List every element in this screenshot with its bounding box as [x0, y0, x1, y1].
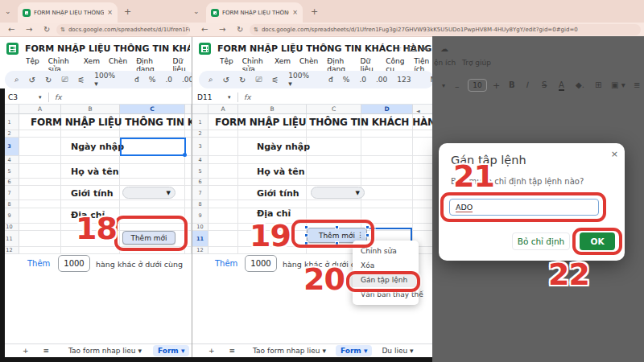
- column-header[interactable]: [185, 105, 192, 114]
- row-header[interactable]: 1: [192, 114, 208, 130]
- tab-search-chevron-icon[interactable]: ⌄: [5, 7, 11, 15]
- grid-cell[interactable]: [413, 164, 432, 179]
- redo-icon[interactable]: ↻: [45, 76, 52, 84]
- grid-cell[interactable]: [19, 130, 61, 138]
- grid-cell[interactable]: [19, 247, 61, 254]
- grid-cell[interactable]: [120, 164, 185, 179]
- move-folder-icon[interactable]: [408, 46, 416, 51]
- paint-format-icon[interactable]: ⚟: [271, 76, 279, 84]
- name-box-chevron-icon[interactable]: ▾: [228, 94, 231, 101]
- add-sheet-icon[interactable]: +: [208, 347, 215, 355]
- site-info-icon[interactable]: ⇅: [254, 27, 258, 33]
- all-sheets-icon[interactable]: ≡: [229, 347, 236, 355]
- star-icon[interactable]: ☆: [395, 44, 402, 52]
- zoom-select[interactable]: 100% ▾: [94, 72, 115, 88]
- sheets-logo-icon[interactable]: [199, 43, 211, 55]
- grid-cell[interactable]: [413, 130, 432, 138]
- grid-cell[interactable]: [208, 247, 238, 254]
- back-icon[interactable]: ←: [201, 25, 208, 34]
- grid-cell[interactable]: [61, 179, 120, 186]
- grid-cell[interactable]: [361, 156, 413, 164]
- sheet-tab[interactable]: Tao form nhap lieu ▾: [64, 345, 147, 356]
- name-box[interactable]: C3: [8, 93, 18, 101]
- increase-decimal-button[interactable]: .00: [376, 76, 387, 84]
- close-icon[interactable]: ×: [611, 149, 618, 159]
- row-header[interactable]: 9: [192, 208, 208, 224]
- column-header[interactable]: D: [361, 105, 413, 114]
- grid-cell[interactable]: [413, 179, 432, 186]
- selected-cell[interactable]: [120, 138, 186, 156]
- grid-cell[interactable]: [19, 224, 61, 231]
- grid-cell[interactable]: [19, 156, 61, 164]
- unassign-button[interactable]: Bỏ chỉ định: [512, 232, 570, 250]
- new-tab-button[interactable]: +: [124, 6, 131, 17]
- fill-handle[interactable]: [183, 153, 187, 157]
- add-rows-link[interactable]: Thêm: [215, 259, 237, 268]
- redo-icon[interactable]: ↻: [239, 76, 246, 84]
- grid-cell[interactable]: [361, 164, 413, 179]
- grid-cell[interactable]: [413, 186, 432, 200]
- grid-cell[interactable]: [19, 186, 61, 200]
- currency-format-button[interactable]: đ: [134, 76, 139, 84]
- grid-cell[interactable]: [185, 156, 192, 164]
- back-icon[interactable]: ←: [8, 25, 14, 34]
- grid-cell[interactable]: [238, 156, 307, 164]
- grid-cell[interactable]: [120, 179, 185, 186]
- grid-cell[interactable]: [413, 156, 432, 164]
- reload-icon[interactable]: ↻: [43, 25, 50, 34]
- decrease-decimal-button[interactable]: .0: [165, 76, 172, 84]
- grid-cell[interactable]: [120, 200, 185, 208]
- browser-tab[interactable]: FORM NHẬP LIỆU THÔNG TIN ×: [18, 2, 118, 23]
- grid-cell[interactable]: [208, 186, 238, 200]
- grid-cell[interactable]: [361, 200, 413, 208]
- column-header[interactable]: C: [307, 105, 361, 114]
- grid-cell[interactable]: [19, 231, 61, 247]
- grid-cell[interactable]: [208, 138, 238, 156]
- grid-cell[interactable]: [61, 130, 120, 138]
- grid-cell[interactable]: [61, 200, 120, 208]
- all-sheets-icon[interactable]: ≡: [43, 347, 50, 355]
- grid-cell[interactable]: [413, 200, 432, 208]
- row-header[interactable]: 2: [192, 130, 208, 138]
- grid-cell[interactable]: [185, 186, 192, 200]
- zoom-select[interactable]: 100% ▾: [288, 72, 309, 88]
- percent-format-button[interactable]: %: [343, 76, 350, 84]
- row-header[interactable]: 11: [192, 231, 208, 247]
- grid-cell[interactable]: [361, 179, 413, 186]
- grid-cell[interactable]: [208, 179, 238, 186]
- name-box-chevron-icon[interactable]: ▾: [39, 94, 42, 101]
- column-header[interactable]: A: [208, 105, 238, 114]
- print-icon[interactable]: ⎚: [61, 75, 68, 84]
- sheet-tab[interactable]: Du lieu ▾: [377, 345, 418, 356]
- row-header[interactable]: 8: [192, 200, 208, 208]
- add-rows-count-input[interactable]: 1000: [245, 255, 277, 272]
- grid-cell[interactable]: [238, 179, 307, 186]
- browser-tab[interactable]: FORM NHẬP LIỆU THÔNG TIN ×: [206, 2, 303, 23]
- grid-cell[interactable]: [307, 179, 361, 186]
- forward-icon[interactable]: →: [219, 25, 225, 34]
- url-field[interactable]: ⇅ docs.google.com/spreadsheets/d/1Ufren1…: [56, 24, 190, 35]
- print-icon[interactable]: ⎚: [255, 75, 262, 84]
- grid-cell[interactable]: [208, 156, 238, 164]
- reload-icon[interactable]: ↻: [237, 25, 243, 34]
- tab-close-icon[interactable]: ×: [292, 9, 298, 16]
- row-header[interactable]: 3: [192, 138, 208, 156]
- new-tab-button[interactable]: +: [311, 6, 318, 17]
- grid-cell[interactable]: [19, 208, 61, 224]
- grid-corner[interactable]: [192, 105, 208, 114]
- hidden-columns-icon[interactable]: ◄: [416, 108, 420, 113]
- grid-cell[interactable]: [238, 130, 307, 138]
- grid-cell[interactable]: [208, 164, 238, 179]
- grid-cell[interactable]: [208, 130, 238, 138]
- currency-format-button[interactable]: đ: [328, 76, 333, 84]
- grid-cell[interactable]: [208, 231, 238, 247]
- column-header[interactable]: A: [19, 105, 61, 114]
- search-icon[interactable]: ⌕: [208, 75, 213, 84]
- grid-cell[interactable]: [413, 138, 432, 156]
- grid-cell[interactable]: [185, 200, 192, 208]
- grid-cell[interactable]: [120, 130, 185, 138]
- grid-cell[interactable]: [413, 208, 432, 224]
- undo-icon[interactable]: ↺: [29, 76, 35, 84]
- increase-decimal-button[interactable]: .00: [182, 76, 192, 84]
- row-header[interactable]: 6: [192, 179, 208, 186]
